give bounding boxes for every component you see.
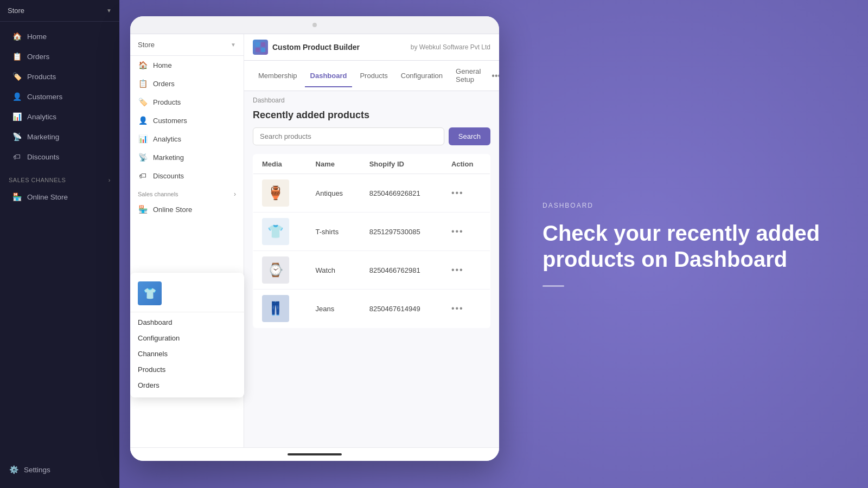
inner-nav-customers[interactable]: 👤 Customers	[130, 111, 244, 130]
inner-nav-online-store[interactable]: 🏪 Online Store	[130, 200, 244, 219]
app-logo: Custom Product Builder	[253, 40, 360, 55]
col-header-name: Name	[307, 155, 361, 174]
sales-channels-label: Sales channels	[9, 177, 66, 183]
sidebar-item-label: Online Store	[27, 193, 68, 201]
sidebar-item-label: Discounts	[27, 153, 59, 161]
sidebar-item-label: Settings	[24, 466, 50, 474]
cell-action: •••	[443, 290, 490, 328]
online-store-icon: 🏪	[12, 192, 22, 202]
products-table: Media Name Shopify ID Action 🏺Antiques82…	[253, 154, 490, 328]
inner-nav-discounts[interactable]: 🏷 Discounts	[130, 166, 244, 185]
tab-dashboard[interactable]: Dashboard	[305, 65, 353, 87]
action-menu-button[interactable]: •••	[451, 227, 464, 236]
product-thumbnail-3: ⌚	[262, 256, 289, 284]
products-icon: 🏷️	[12, 72, 22, 81]
app-main: Custom Product Builder by Webkul Softwar…	[244, 34, 499, 447]
cell-action: •••	[443, 251, 490, 290]
sidebar-item-label: Marketing	[27, 133, 59, 141]
inner-discounts-icon: 🏷	[138, 171, 148, 180]
inner-nav-orders[interactable]: 📋 Orders	[130, 74, 244, 93]
dropdown-item-products[interactable]: Products	[130, 362, 244, 377]
sidebar-item-label: Products	[27, 73, 56, 81]
cell-media: 👕	[253, 213, 307, 251]
dropdown-item-orders[interactable]: Orders	[130, 377, 244, 393]
action-menu-button[interactable]: •••	[451, 265, 464, 274]
analytics-icon: 📊	[12, 112, 22, 121]
inner-nav-products[interactable]: 🏷️ Products	[130, 93, 244, 111]
product-thumbnail-4: 👖	[262, 295, 289, 322]
search-input[interactable]	[253, 127, 444, 145]
dropdown-item-dashboard[interactable]: Dashboard	[130, 314, 244, 330]
table-row: 👕T-shirts8251297530085•••	[253, 213, 490, 251]
orders-icon: 📋	[12, 52, 22, 61]
dropdown-item-channels[interactable]: Channels	[130, 346, 244, 362]
tshirt-thumbnail: 👕	[138, 281, 162, 305]
cell-action: •••	[443, 213, 490, 251]
app-sidebar: Store ▼ 🏠 Home 📋 Orders 🏷️ Products 👤	[130, 34, 244, 447]
shopify-sidebar: Store ▼ 🏠 Home 📋 Orders 🏷️ Products 👤 Cu…	[0, 0, 119, 488]
inner-store-label: Store	[138, 41, 155, 49]
bottom-indicator	[288, 453, 342, 455]
marketing-icon: 📡	[12, 132, 22, 142]
sidebar-nav: 🏠 Home 📋 Orders 🏷️ Products 👤 Customers …	[0, 26, 119, 167]
dropdown-item-configuration[interactable]: Configuration	[130, 330, 244, 346]
info-heading: Check your recently added products on Da…	[542, 220, 825, 272]
cell-action: •••	[443, 174, 490, 213]
action-menu-button[interactable]: •••	[451, 304, 464, 313]
sidebar-item-label: Home	[27, 33, 47, 41]
inner-expand-icon[interactable]: ›	[234, 190, 236, 198]
tab-general-setup[interactable]: General Setup	[450, 61, 486, 91]
inner-nav-home[interactable]: 🏠 Home	[130, 56, 244, 74]
cell-shopify-id: 8251297530085	[361, 213, 443, 251]
sidebar-item-discounts[interactable]: 🏷 Discounts	[3, 147, 116, 166]
browser-content: Store ▼ 🏠 Home 📋 Orders 🏷️ Products 👤	[130, 34, 499, 447]
tab-more-button[interactable]: •••	[488, 67, 499, 85]
sidebar-item-orders[interactable]: 📋 Orders	[3, 47, 116, 66]
tab-bar: Membership Dashboard Products Configurat…	[244, 61, 499, 91]
tab-configuration[interactable]: Configuration	[395, 65, 448, 87]
inner-nav-analytics[interactable]: 📊 Analytics	[130, 130, 244, 148]
main-wrapper: Store ▼ 🏠 Home 📋 Orders 🏷️ Products 👤	[119, 0, 868, 488]
info-divider	[542, 285, 564, 287]
product-thumbnail-2: 👕	[262, 218, 289, 245]
tab-membership[interactable]: Membership	[253, 65, 303, 87]
browser-dot	[312, 23, 317, 27]
inner-store-selector[interactable]: Store ▼	[130, 34, 244, 56]
discounts-icon: 🏷	[12, 152, 22, 162]
cell-shopify-id: 8250467614949	[361, 290, 443, 328]
action-menu-button[interactable]: •••	[451, 188, 464, 197]
sidebar-item-home[interactable]: 🏠 Home	[3, 27, 116, 46]
cell-name: Antiques	[307, 174, 361, 213]
app-byline: by Webkul Software Pvt Ltd	[411, 43, 490, 51]
sidebar-item-products[interactable]: 🏷️ Products	[3, 67, 116, 86]
svg-rect-2	[256, 48, 260, 52]
app-header: Custom Product Builder by Webkul Softwar…	[244, 34, 499, 61]
sidebar-item-customers[interactable]: 👤 Customers	[3, 87, 116, 106]
inner-customers-icon: 👤	[138, 116, 148, 125]
inner-marketing-icon: 📡	[138, 153, 148, 162]
inner-analytics-icon: 📊	[138, 134, 148, 143]
store-selector-label: Store	[8, 7, 24, 15]
inner-online-store-icon: 🏪	[138, 205, 148, 214]
customers-icon: 👤	[12, 92, 22, 101]
sidebar-item-marketing[interactable]: 📡 Marketing	[3, 127, 116, 146]
cell-shopify-id: 8250466762981	[361, 251, 443, 290]
store-selector[interactable]: Store ▼	[0, 0, 119, 22]
inner-orders-icon: 📋	[138, 79, 148, 88]
tab-products[interactable]: Products	[354, 65, 393, 87]
sidebar-item-online-store[interactable]: 🏪 Online Store	[3, 187, 116, 207]
inner-sales-channels-header: Sales channels ›	[130, 185, 244, 200]
tshirt-dropdown: 👕 Dashboard Configuration Channels Produ…	[130, 273, 244, 397]
cell-name: T-shirts	[307, 213, 361, 251]
sidebar-item-settings[interactable]: ⚙️ Settings	[0, 460, 119, 479]
inner-products-icon: 🏷️	[138, 98, 148, 106]
sidebar-item-label: Analytics	[27, 113, 56, 121]
inner-nav-marketing[interactable]: 📡 Marketing	[130, 148, 244, 166]
info-panel: DASHBOARD Check your recently added prod…	[499, 0, 868, 488]
sales-channels-expand-icon[interactable]: ›	[108, 177, 111, 183]
cell-media: ⌚	[253, 251, 307, 290]
search-button[interactable]: Search	[449, 127, 490, 145]
sidebar-item-analytics[interactable]: 📊 Analytics	[3, 107, 116, 126]
col-header-shopify-id: Shopify ID	[361, 155, 443, 174]
page-title: Recently added products	[244, 107, 499, 127]
